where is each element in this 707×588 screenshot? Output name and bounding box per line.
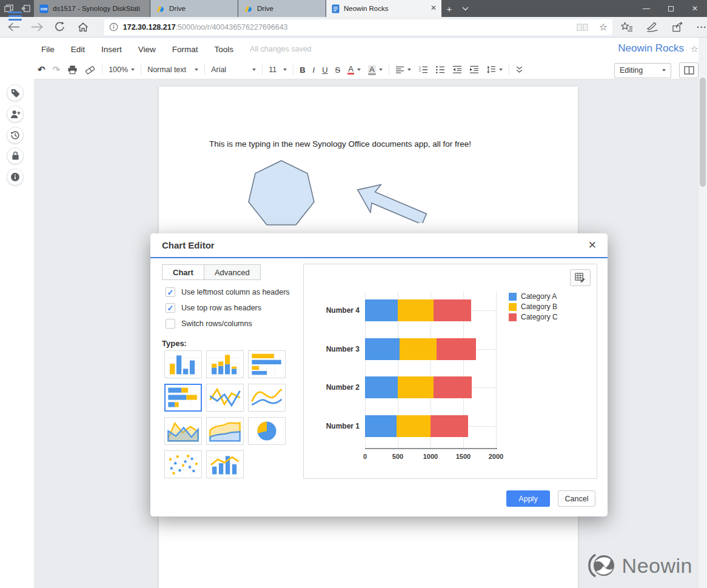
title-star-icon[interactable]: ☆	[691, 44, 699, 55]
undo-icon[interactable]: ↶	[34, 64, 49, 75]
tab-title: Drive	[169, 5, 186, 12]
bar-segment	[398, 376, 434, 398]
mode-select[interactable]: Editing	[614, 63, 671, 78]
svg-text:2: 2	[419, 68, 421, 72]
x-tick-label: 2000	[483, 453, 509, 460]
highlight-color-button[interactable]: A	[364, 65, 386, 75]
more-icon[interactable]: ···	[697, 22, 707, 32]
checkbox-icon[interactable]: ✓	[166, 319, 175, 329]
menu-tools[interactable]: Tools	[215, 45, 234, 54]
maximize-icon[interactable]	[658, 0, 683, 17]
tab-advanced[interactable]: Advanced	[204, 264, 261, 280]
forward-icon[interactable]	[28, 19, 46, 36]
checkbox-leftmost-headers[interactable]: ✓ Use leftmost column as headers	[166, 287, 290, 297]
document-text[interactable]: This is me typing in the new Synology Of…	[209, 139, 471, 149]
tag-icon[interactable]	[7, 84, 24, 101]
arrow-shape[interactable]	[354, 175, 436, 223]
close-icon[interactable]: ✕	[683, 0, 707, 17]
chart-type-scatter[interactable]	[164, 450, 202, 478]
info-icon[interactable]	[7, 169, 24, 185]
strikethrough-button[interactable]: S	[332, 65, 344, 75]
history-icon[interactable]	[7, 127, 24, 144]
indent-icon[interactable]	[466, 65, 483, 74]
scrollbar[interactable]	[699, 38, 707, 588]
italic-button[interactable]: I	[309, 65, 319, 75]
info-icon[interactable]	[109, 22, 118, 32]
numbered-list-icon[interactable]: 12	[415, 65, 432, 74]
chart-preview: 0500100015002000Number 4Number 3Number 2…	[303, 264, 597, 479]
bold-button[interactable]: B	[296, 65, 309, 75]
paragraph-style-select[interactable]: Normal text	[144, 65, 202, 74]
browser-tab-active[interactable]: Neowin Rocks ✕	[326, 0, 441, 17]
browser-tab[interactable]: Drive	[150, 0, 238, 17]
x-tick-label: 1500	[450, 453, 477, 460]
outdent-icon[interactable]	[449, 65, 466, 74]
chart-type-combo[interactable]	[206, 450, 244, 478]
minimize-icon[interactable]: —	[634, 0, 658, 17]
bar-segment	[434, 299, 471, 321]
hamburger-menu-icon[interactable]	[8, 12, 22, 22]
checkbox-icon[interactable]: ✓	[166, 303, 175, 313]
redo-icon[interactable]: ↷	[49, 64, 64, 75]
neowin-logo-icon	[588, 552, 616, 580]
dialog-tabs: Chart Advanced	[162, 264, 261, 280]
scrollbar-thumb[interactable]	[700, 78, 706, 187]
address-bar[interactable]: 172.30.128.217:5000/oo/r/400436576227696…	[104, 19, 612, 35]
menu-edit[interactable]: Edit	[71, 45, 85, 54]
print-icon[interactable]	[64, 65, 81, 75]
line-spacing-button[interactable]	[483, 65, 506, 74]
add-user-icon[interactable]	[7, 105, 24, 122]
legend-item: Category B	[509, 302, 558, 311]
dialog-close-icon[interactable]: ✕	[588, 239, 597, 252]
favorite-star-icon[interactable]: ☆	[599, 21, 608, 33]
zoom-select[interactable]: 100%	[105, 65, 138, 74]
hub-icon[interactable]	[621, 22, 633, 32]
chart-type-stacked-bar[interactable]	[164, 384, 202, 412]
chart-type-smooth-line[interactable]	[248, 384, 286, 412]
chart-type-column[interactable]	[164, 350, 202, 378]
chart-type-bar[interactable]	[248, 350, 286, 378]
url-text[interactable]: 172.30.128.217:5000/oo/r/400436576227696…	[123, 23, 577, 32]
chart-type-stacked-column[interactable]	[206, 350, 244, 378]
menu-format[interactable]: Format	[172, 45, 198, 54]
apply-button[interactable]: Apply	[506, 490, 550, 507]
edit-data-table-icon[interactable]	[570, 269, 591, 286]
align-button[interactable]	[392, 66, 415, 74]
chart-type-stacked-area[interactable]	[206, 417, 244, 445]
share-icon[interactable]	[672, 22, 683, 32]
underline-button[interactable]: U	[318, 65, 331, 75]
tab-chart[interactable]: Chart	[162, 264, 204, 280]
text-color-button[interactable]: A	[344, 65, 364, 75]
web-note-icon[interactable]	[646, 22, 658, 32]
reading-view-icon[interactable]	[577, 23, 588, 32]
checkbox-switch-rows-columns[interactable]: ✓ Switch rows/columns	[166, 319, 252, 329]
more-tools-chevron-icon[interactable]	[512, 66, 527, 73]
cancel-button[interactable]: Cancel	[558, 490, 595, 507]
font-select[interactable]: Arial	[207, 65, 260, 74]
menu-view[interactable]: View	[138, 45, 156, 54]
browser-tab[interactable]: Drive	[238, 0, 326, 17]
tab-close-icon[interactable]: ✕	[431, 4, 437, 12]
chart-type-area[interactable]	[164, 417, 202, 445]
clear-format-icon[interactable]	[81, 65, 99, 75]
home-icon[interactable]	[74, 19, 92, 36]
font-size-select[interactable]: 11	[265, 65, 290, 74]
bulleted-list-icon[interactable]	[432, 65, 449, 74]
dialog-title: Chart Editor	[162, 240, 215, 250]
browser-tab[interactable]: DSM ds1517 - Synology DiskStati	[34, 0, 150, 17]
legend-label: Category C	[521, 313, 558, 321]
chart-type-pie[interactable]	[248, 417, 286, 445]
tab-list-chevron-icon[interactable]	[457, 0, 473, 17]
checkbox-icon[interactable]: ✓	[166, 287, 175, 297]
refresh-icon[interactable]	[51, 19, 69, 36]
chart-editor-dialog: Chart Editor ✕ Chart Advanced ✓ Use left…	[150, 233, 608, 516]
checkbox-top-row-headers[interactable]: ✓ Use top row as headers	[166, 303, 261, 313]
heptagon-shape[interactable]	[247, 159, 315, 229]
document-title[interactable]: Neowin Rocks	[618, 42, 684, 55]
side-panel-toggle-icon[interactable]	[679, 62, 699, 78]
menu-insert[interactable]: Insert	[101, 45, 122, 54]
menu-file[interactable]: File	[41, 45, 55, 54]
new-tab-button[interactable]: +	[441, 0, 457, 17]
lock-icon[interactable]	[7, 147, 24, 164]
chart-type-line[interactable]	[206, 384, 244, 412]
